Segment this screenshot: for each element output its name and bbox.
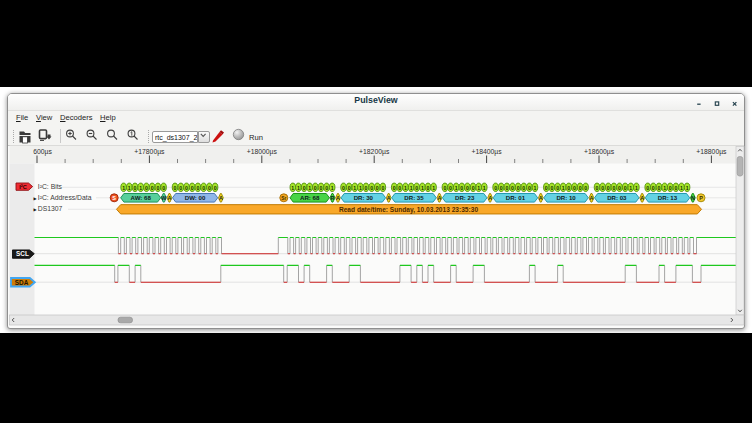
svg-text:A: A (387, 195, 391, 201)
svg-text:1: 1 (359, 185, 362, 191)
svg-text:0: 0 (646, 185, 649, 191)
svg-text:0: 0 (674, 185, 677, 191)
svg-text:0: 0 (579, 185, 582, 191)
svg-text:1: 1 (291, 185, 294, 191)
svg-text:AW: 68: AW: 68 (131, 194, 152, 201)
svg-text:0: 0 (573, 185, 576, 191)
svg-text:1: 1 (680, 185, 683, 191)
svg-text:1: 1 (483, 185, 486, 191)
svg-text:1: 1 (404, 185, 407, 191)
svg-text:AR: 68: AR: 68 (300, 194, 320, 201)
svg-text:+18400µs: +18400µs (472, 148, 503, 156)
svg-text:A: A (590, 195, 594, 201)
svg-text:0: 0 (365, 185, 368, 191)
svg-text:0: 0 (214, 185, 217, 191)
svg-text:0: 0 (156, 185, 159, 191)
svg-text:0: 0 (517, 185, 520, 191)
svg-text:0: 0 (443, 185, 446, 191)
svg-text:0: 0 (505, 185, 508, 191)
svg-text:0: 0 (607, 185, 610, 191)
svg-text:A: A (336, 195, 340, 201)
svg-text:0: 0 (174, 185, 177, 191)
svg-text:0: 0 (398, 185, 401, 191)
svg-text:0: 0 (466, 185, 469, 191)
svg-text:1: 1 (477, 185, 480, 191)
svg-text:R: R (330, 195, 334, 201)
svg-text:1: 1 (455, 185, 458, 191)
svg-text:0: 0 (196, 185, 199, 191)
svg-text:S: S (112, 195, 116, 201)
svg-text:SCL: SCL (16, 250, 29, 257)
svg-text:0: 0 (472, 185, 475, 191)
svg-text:I²C: I²C (19, 184, 26, 190)
svg-text:+18800µs: +18800µs (696, 148, 727, 156)
svg-text:0: 0 (669, 185, 672, 191)
svg-text:P: P (699, 195, 703, 201)
svg-text:0: 0 (208, 185, 211, 191)
svg-text:1: 1 (308, 185, 311, 191)
svg-text:0: 0 (191, 185, 194, 191)
svg-text:1: 1 (331, 185, 334, 191)
svg-text:I²C: Bits: I²C: Bits (38, 183, 63, 190)
svg-text:W: W (161, 195, 167, 201)
svg-text:0: 0 (185, 185, 188, 191)
svg-text:I²C: Address/Data: I²C: Address/Data (38, 194, 92, 201)
svg-text:0: 0 (427, 185, 430, 191)
svg-text:DR: 10: DR: 10 (556, 194, 576, 201)
svg-text:0: 0 (500, 185, 503, 191)
svg-text:DS1307: DS1307 (38, 205, 63, 212)
svg-text:A: A (219, 195, 223, 201)
svg-text:DR: 13: DR: 13 (658, 194, 678, 201)
svg-text:0: 0 (494, 185, 497, 191)
svg-text:0: 0 (381, 185, 384, 191)
svg-text:A: A (437, 195, 441, 201)
svg-text:1: 1 (686, 185, 689, 191)
svg-text:DR: 23: DR: 23 (455, 194, 475, 201)
svg-text:A: A (640, 195, 644, 201)
svg-text:A: A (488, 195, 492, 201)
svg-text:0: 0 (145, 185, 148, 191)
svg-text:A: A (167, 195, 171, 201)
svg-text:1: 1 (139, 185, 142, 191)
svg-text:DR: 01: DR: 01 (506, 194, 526, 201)
svg-text:0: 0 (511, 185, 514, 191)
svg-text:DR: 03: DR: 03 (607, 194, 627, 201)
svg-text:0: 0 (202, 185, 205, 191)
svg-text:1: 1 (297, 185, 300, 191)
svg-text:1: 1 (629, 185, 632, 191)
svg-text:1: 1 (562, 185, 565, 191)
svg-text:0: 0 (545, 185, 548, 191)
svg-text:1: 1 (122, 185, 125, 191)
svg-text:0: 0 (528, 185, 531, 191)
svg-text:0: 0 (618, 185, 621, 191)
svg-text:+18600µs: +18600µs (584, 148, 615, 156)
svg-text:600µs: 600µs (33, 148, 52, 156)
svg-text:1: 1 (635, 185, 638, 191)
svg-text:DR: 35: DR: 35 (404, 194, 424, 201)
svg-text:0: 0 (393, 185, 396, 191)
svg-text:0: 0 (370, 185, 373, 191)
svg-text:1: 1 (534, 185, 537, 191)
svg-text:0: 0 (652, 185, 655, 191)
svg-text:1: 1 (410, 185, 413, 191)
svg-text:0: 0 (415, 185, 418, 191)
svg-text:0: 0 (522, 185, 525, 191)
svg-text:0: 0 (348, 185, 351, 191)
svg-text:1: 1 (421, 185, 424, 191)
svg-text:N: N (691, 195, 695, 201)
svg-text:1: 1 (432, 185, 435, 191)
svg-text:0: 0 (303, 185, 306, 191)
svg-text:0: 0 (179, 185, 182, 191)
svg-text:0: 0 (556, 185, 559, 191)
svg-text:0: 0 (601, 185, 604, 191)
svg-text:0: 0 (320, 185, 323, 191)
svg-text:0: 0 (658, 185, 661, 191)
svg-text:0: 0 (624, 185, 627, 191)
svg-text:0: 0 (151, 185, 154, 191)
svg-text:DR: 30: DR: 30 (354, 194, 374, 201)
svg-text:0: 0 (612, 185, 615, 191)
svg-text:0: 0 (134, 185, 137, 191)
svg-text:0: 0 (314, 185, 317, 191)
svg-text:1: 1 (353, 185, 356, 191)
svg-text:DW: 00: DW: 00 (185, 194, 206, 201)
